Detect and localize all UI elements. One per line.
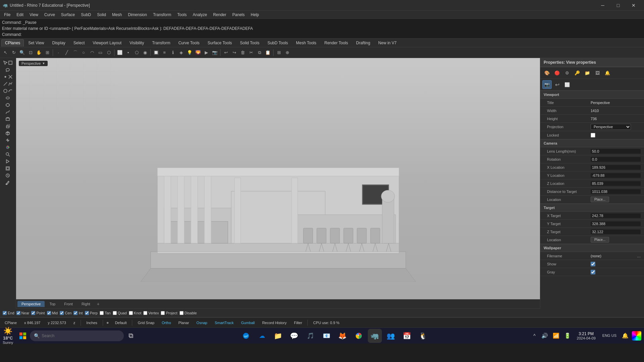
- osnap-near[interactable]: Near: [16, 311, 30, 315]
- search-input[interactable]: [42, 333, 115, 338]
- vp-tab-right[interactable]: Right: [78, 301, 94, 307]
- prop-projection-select[interactable]: Perspective Parallel: [591, 124, 631, 130]
- tab-render-tools[interactable]: Render Tools: [321, 39, 352, 47]
- panel-icon-bell[interactable]: 🔔: [603, 68, 612, 77]
- menu-help[interactable]: Help: [248, 12, 262, 18]
- toolbar-axis-icon[interactable]: ⊕: [283, 49, 291, 57]
- tool-transform[interactable]: [1, 137, 15, 144]
- osnap-perp-checkbox[interactable]: [85, 311, 89, 315]
- tool-history[interactable]: [1, 172, 15, 179]
- osnap-disable-checkbox[interactable]: [180, 311, 184, 315]
- osnap-quad[interactable]: Quad: [113, 311, 127, 315]
- prop-yloc-value[interactable]: -679.88: [591, 173, 641, 178]
- prop-zloc-value[interactable]: 85.039: [591, 181, 641, 186]
- toolbar-polyline-icon[interactable]: ⌒: [71, 49, 79, 57]
- minimize-button[interactable]: ─: [595, 0, 610, 11]
- toolbar-box-icon[interactable]: ▪: [124, 49, 132, 57]
- osnap-vertex[interactable]: Vertex: [143, 311, 159, 315]
- toolbar-zoom-icon[interactable]: 🔍: [18, 49, 26, 57]
- toolbar-camera-icon[interactable]: 📷: [211, 49, 219, 57]
- osnap-point-checkbox[interactable]: [31, 311, 35, 315]
- command-input[interactable]: [23, 32, 90, 37]
- prop-xloc-value[interactable]: 189.926: [591, 165, 641, 170]
- panel-icon-settings[interactable]: ⚙: [562, 68, 572, 77]
- osnap-knot-checkbox[interactable]: [129, 311, 133, 315]
- toolbar-pan-icon[interactable]: ✋: [35, 49, 43, 57]
- toolbar-render-btn[interactable]: ▶: [202, 49, 210, 57]
- prop-xtarget-value[interactable]: 242.78: [591, 213, 641, 218]
- taskbar-teams-icon[interactable]: 👥: [384, 329, 398, 343]
- tool-box[interactable]: [1, 130, 15, 137]
- osnap-cen[interactable]: Cen: [60, 311, 71, 315]
- toolbar-surface-icon[interactable]: ⬜: [116, 49, 124, 57]
- status-record-history[interactable]: Record History: [260, 320, 289, 325]
- tab-curve-tools[interactable]: Curve Tools: [175, 39, 203, 47]
- panel-icon-rotate-view[interactable]: ↩: [552, 80, 562, 89]
- osnap-perp[interactable]: Perp: [85, 311, 98, 315]
- taskbar-explorer-icon[interactable]: 📁: [271, 329, 285, 343]
- tab-transform[interactable]: Transform: [148, 39, 174, 47]
- tool-analyze[interactable]: [1, 151, 15, 158]
- taskbar-firefox-icon[interactable]: 🦊: [336, 329, 350, 343]
- toolbar-lights-icon[interactable]: 💡: [186, 49, 194, 57]
- tool-extrude[interactable]: [1, 123, 15, 130]
- toolbar-circle-icon[interactable]: ○: [80, 49, 88, 57]
- osnap-mid[interactable]: Mid: [47, 311, 58, 315]
- osnap-end[interactable]: End: [3, 311, 14, 315]
- panel-icon-display-mode[interactable]: ⬜: [562, 80, 572, 89]
- toolbar-undo-icon[interactable]: ↩: [222, 49, 230, 57]
- tray-chevron[interactable]: ^: [531, 329, 538, 343]
- tool-point[interactable]: [1, 73, 15, 80]
- tab-subd-tools[interactable]: SubD Tools: [264, 39, 292, 47]
- prop-dist-value[interactable]: 1011.038: [591, 189, 641, 194]
- tray-color[interactable]: [632, 331, 641, 341]
- tool-cage[interactable]: [1, 165, 15, 172]
- taskbar-edge-icon[interactable]: [239, 329, 253, 343]
- toolbar-snap-icon[interactable]: 🔲: [152, 49, 160, 57]
- menu-panels[interactable]: Panels: [230, 12, 247, 18]
- status-osnap[interactable]: Osnap: [194, 320, 209, 325]
- tool-select[interactable]: [1, 59, 15, 66]
- prop-locked-checkbox[interactable]: [591, 133, 595, 138]
- osnap-mid-checkbox[interactable]: [47, 311, 51, 315]
- tab-visibility[interactable]: Visibility: [126, 39, 148, 47]
- tool-lasso[interactable]: [1, 66, 15, 73]
- taskbar-teams-chat-icon[interactable]: 💬: [287, 329, 301, 343]
- toolbar-paste-icon[interactable]: 📋: [264, 49, 272, 57]
- tool-line[interactable]: [1, 81, 15, 87]
- tab-display[interactable]: Display: [49, 39, 69, 47]
- prop-target-place-btn[interactable]: Place...: [591, 237, 609, 243]
- menu-mesh[interactable]: Mesh: [109, 12, 125, 18]
- tool-circle[interactable]: [1, 88, 15, 94]
- toolbar-material-icon[interactable]: ◈: [177, 49, 185, 57]
- scene-container[interactable]: Perspective: [16, 58, 540, 309]
- tool-paint[interactable]: [1, 179, 15, 186]
- tab-select[interactable]: Select: [70, 39, 88, 47]
- start-button[interactable]: [16, 329, 30, 343]
- weather-widget[interactable]: ☀️ 18°C Sunny: [3, 327, 13, 345]
- tray-lang[interactable]: ENG US: [600, 332, 618, 339]
- toolbar-rotate-icon[interactable]: ↻: [10, 49, 18, 57]
- osnap-int[interactable]: Int: [73, 311, 83, 315]
- tool-render-icon[interactable]: [1, 158, 15, 165]
- tray-volume[interactable]: 🔊: [540, 329, 549, 343]
- toolbar-arc-icon[interactable]: ◠: [88, 49, 96, 57]
- menu-file[interactable]: File: [1, 12, 13, 18]
- tab-drafting[interactable]: Drafting: [352, 39, 374, 47]
- tool-ellipse[interactable]: [1, 95, 15, 101]
- menu-dimension[interactable]: Dimension: [125, 12, 150, 18]
- taskbar-unknown-icon[interactable]: 🐧: [416, 329, 430, 343]
- toolbar-grid-icon[interactable]: ⊞: [275, 49, 283, 57]
- status-filter[interactable]: Filter: [292, 320, 304, 325]
- toolbar-rect-icon[interactable]: ▭: [96, 49, 104, 57]
- menu-analyze[interactable]: Analyze: [190, 12, 210, 18]
- toolbar-sphere-icon[interactable]: ◉: [141, 49, 149, 57]
- taskbar-rhino-icon[interactable]: 🦏: [368, 329, 382, 343]
- toolbar-cut-icon[interactable]: ✂: [247, 49, 255, 57]
- menu-tools[interactable]: Tools: [175, 12, 189, 18]
- tab-surface-tools[interactable]: Surface Tools: [204, 39, 236, 47]
- tab-set-view[interactable]: Set View: [24, 39, 48, 47]
- status-smarttrack[interactable]: SmartTrack: [213, 320, 236, 325]
- toolbar-redo-icon[interactable]: ↪: [230, 49, 238, 57]
- tray-notification[interactable]: 🔔: [621, 329, 630, 343]
